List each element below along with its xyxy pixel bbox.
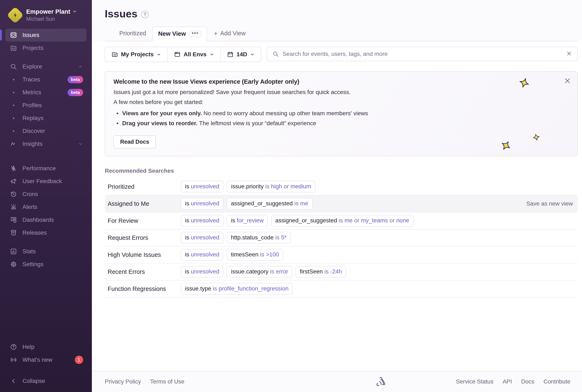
org-switcher[interactable]: Empower Plant Michael Sun — [0, 0, 92, 28]
date-filter-button[interactable]: 14D — [220, 47, 261, 62]
sidebar-item-projects[interactable]: Projects — [6, 42, 87, 54]
footer-link-contribute[interactable]: Contribute — [543, 378, 570, 385]
sidebar-item-dashboards[interactable]: Dashboards — [6, 214, 87, 226]
sidebar-item-settings[interactable]: Settings — [6, 258, 87, 271]
projects-icon — [10, 44, 17, 52]
sentry-logo — [374, 376, 387, 388]
sidebar-item-releases[interactable]: Releases — [6, 226, 87, 239]
recommended-search-row[interactable]: Recent Errorsis unresolvedissue.category… — [105, 264, 578, 280]
footer: Privacy PolicyTerms of Use Service Statu… — [92, 371, 582, 392]
recommended-search-row[interactable]: High Volume Issuesis unresolvedtimesSeen… — [105, 246, 578, 264]
query-token-pill: is unresolved — [181, 181, 223, 192]
chevron-down-icon — [72, 8, 77, 15]
search-row-query: is unresolvedtimesSeen is >100 — [181, 249, 283, 260]
crons-icon — [10, 190, 17, 198]
query-token-pill: issue.category is error — [227, 266, 292, 278]
recommended-search-row[interactable]: Request Errorsis unresolvedhttp.status_c… — [105, 230, 578, 246]
org-name: Empower Plant — [26, 8, 70, 15]
sidebar-item-label: Projects — [23, 45, 44, 51]
footer-link-service-status[interactable]: Service Status — [456, 378, 493, 385]
sidebar-item-profiles[interactable]: Profiles — [6, 99, 87, 112]
banner-close-icon[interactable] — [564, 77, 571, 84]
broadcast-icon — [10, 356, 17, 363]
envs-filter-button[interactable]: All Envs — [167, 47, 220, 62]
search-row-query: is unresolvedhttp.status_code is 5* — [181, 232, 291, 244]
page-title: Issues — [105, 8, 137, 20]
query-token-pill: is unresolved — [181, 266, 223, 278]
sidebar-item-label: Issues — [23, 32, 39, 38]
bullet-dot — [10, 118, 17, 119]
org-text: Empower Plant Michael Sun — [26, 8, 77, 22]
sidebar-item-alerts[interactable]: Alerts — [6, 200, 87, 214]
banner-bullets: •Views are for your eyes only. No need t… — [116, 110, 569, 127]
recommended-search-row[interactable]: Prioritizedis unresolvedissue.priority i… — [105, 178, 578, 196]
recommended-search-row[interactable]: For Reviewis unresolvedis for_reviewassi… — [105, 212, 578, 230]
sidebar-item-label: Traces — [23, 76, 40, 83]
tab-new-view[interactable]: New View ••• — [152, 26, 207, 41]
recommended-search-row[interactable]: Assigned to Meis unresolvedassigned_or_s… — [105, 196, 578, 212]
notification-badge: 1 — [75, 356, 83, 364]
content: My Projects All Envs 14D — [92, 41, 582, 371]
sidebar-item-label: Collapse — [23, 378, 45, 384]
projects-filter-button[interactable]: My Projects — [105, 47, 167, 62]
save-as-new-view-button[interactable]: Save as new view — [526, 200, 573, 207]
dashboards-icon — [10, 216, 17, 224]
tab-new-view-label: New View — [158, 30, 186, 37]
plus-icon — [213, 31, 218, 36]
issues-icon — [10, 32, 17, 38]
projects-icon — [111, 51, 118, 58]
sidebar-item-performance[interactable]: Performance — [6, 162, 87, 175]
sidebar-item-label: Settings — [23, 261, 44, 268]
footer-link-privacy-policy[interactable]: Privacy Policy — [105, 378, 141, 385]
sidebar-item-label: Performance — [23, 165, 56, 172]
sidebar-item-discover[interactable]: Discover — [6, 124, 87, 138]
sidebar-item-metrics[interactable]: Metricsbeta — [6, 86, 87, 99]
query-token-pill: assigned_or_suggested is me — [227, 198, 313, 210]
insights-icon — [10, 140, 17, 148]
active-indicator — [0, 30, 2, 40]
query-token-pill: assigned_or_suggested is me or my_teams … — [271, 215, 413, 226]
query-token-pill: is unresolved — [181, 215, 223, 226]
collapse-sidebar-button[interactable]: Collapse — [6, 374, 87, 388]
banner-line1: Issues just got a lot more personalized!… — [114, 89, 569, 96]
sidebar-item-label: Discover — [23, 128, 45, 134]
sidebar-item-crons[interactable]: Crons — [6, 188, 87, 200]
sidebar-item-traces[interactable]: Tracesbeta — [6, 73, 87, 86]
query-token-pill: issue.type is profile_function_regressio… — [181, 283, 293, 294]
footer-link-api[interactable]: API — [503, 378, 512, 385]
settings-icon — [10, 261, 17, 268]
sidebar-item-label: What's new — [23, 356, 52, 363]
tab-options-icon[interactable]: ••• — [189, 31, 201, 37]
sidebar-item-user-feedback[interactable]: User Feedback — [6, 175, 87, 188]
read-docs-button[interactable]: Read Docs — [114, 135, 156, 148]
tab-prioritized[interactable]: Prioritized — [113, 26, 152, 41]
search-input[interactable] — [282, 51, 562, 57]
search-row-query: is unresolvedis for_reviewassigned_or_su… — [181, 215, 413, 226]
bullet-dot — [10, 130, 17, 132]
recommended-searches-heading: Recommended Searches — [105, 168, 578, 174]
add-view-label: Add View — [220, 30, 246, 37]
page-help-icon[interactable]: ? — [141, 11, 149, 18]
search-row-query: is unresolvedissue.category is errorfirs… — [181, 266, 346, 278]
add-view-button[interactable]: Add View — [207, 26, 252, 41]
search-row-label: Request Errors — [108, 234, 181, 241]
chevron-down-icon — [157, 52, 161, 57]
search-clear-icon[interactable] — [566, 51, 572, 57]
date-filter-label: 14D — [236, 51, 247, 58]
recommended-search-row[interactable]: Function Regressionsissue.type is profil… — [105, 280, 578, 298]
footer-link-docs[interactable]: Docs — [521, 378, 534, 385]
search-row-query: is unresolvedassigned_or_suggested is me — [181, 198, 313, 210]
search-icon — [10, 63, 17, 70]
sidebar-item-stats[interactable]: Stats — [6, 245, 87, 258]
chevron-down-icon — [250, 52, 255, 57]
sidebar-item-replays[interactable]: Replays — [6, 112, 87, 124]
footer-link-terms-of-use[interactable]: Terms of Use — [150, 378, 184, 385]
query-token-pill: is for_review — [227, 215, 268, 226]
sidebar-item-insights[interactable]: Insights — [6, 138, 87, 150]
sidebar-item-issues[interactable]: Issues — [6, 29, 87, 42]
sidebar-item-what-s-new[interactable]: What's new1 — [6, 354, 87, 366]
org-logo — [7, 7, 24, 24]
sidebar-item-explore[interactable]: Explore — [6, 60, 87, 73]
sidebar-item-label: Replays — [23, 115, 44, 122]
sidebar-item-help[interactable]: Help — [6, 340, 87, 354]
